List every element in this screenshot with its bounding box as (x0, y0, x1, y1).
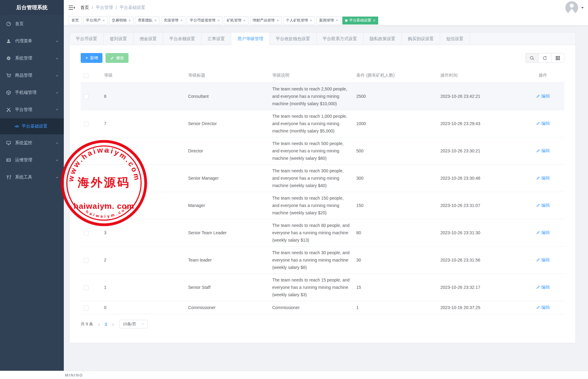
cell-time: 2023-10-26 23:31:07 (437, 192, 521, 219)
close-icon[interactable]: × (336, 18, 338, 22)
sidebar-item[interactable]: 代理菜单 (0, 33, 64, 50)
row-checkbox[interactable] (84, 149, 89, 154)
row-checkbox[interactable] (84, 258, 89, 263)
sidebar-item[interactable]: 首页 (0, 15, 64, 33)
cell-time: 2023-10-26 23:32:17 (437, 274, 521, 301)
tab-10[interactable]: 短信设置 (440, 33, 470, 45)
close-icon[interactable]: × (129, 18, 131, 22)
sidebar-item[interactable]: 平台管理 (0, 101, 64, 118)
tag-label: 平台币提现管理 (190, 18, 215, 23)
edit-row-button[interactable]: 编辑 (536, 147, 550, 154)
row-checkbox[interactable] (84, 121, 89, 126)
edit-row-label: 编辑 (541, 174, 550, 182)
row-checkbox[interactable] (84, 305, 89, 310)
select-all-checkbox[interactable] (84, 73, 89, 78)
tools-cross-icon (6, 107, 11, 112)
row-checkbox[interactable] (84, 231, 89, 235)
edit-row-button[interactable]: 编辑 (536, 283, 550, 291)
tag-item[interactable]: 交易明细× (109, 17, 134, 25)
tag-item[interactable]: 矿机管理× (224, 17, 248, 25)
tag-item[interactable]: 查看团队× (135, 17, 159, 25)
tab-7[interactable]: 平台联系方式设置 (317, 33, 363, 45)
tag-item[interactable]: 平台币提现管理× (187, 17, 222, 25)
close-icon[interactable]: × (180, 18, 183, 22)
table-header: 操作时间 (437, 68, 521, 83)
breadcrumb-item[interactable]: 平台管理 (96, 5, 113, 10)
edit-row-label: 编辑 (541, 304, 550, 311)
close-icon[interactable]: × (373, 18, 375, 22)
tag-item[interactable]: 平台用户× (83, 17, 108, 25)
sidebar-item[interactable]: 商品管理 (0, 67, 64, 84)
row-select-cell (81, 110, 101, 137)
sidebar-item[interactable]: 手机端管理 (0, 84, 64, 101)
prev-page-button[interactable]: ‹ (98, 321, 100, 327)
tab-9[interactable]: 购买协议设置 (402, 33, 440, 45)
row-checkbox[interactable] (84, 203, 89, 208)
table-row: 7Senior DirectorThe team needs to reach … (81, 110, 564, 137)
tab-1[interactable]: 签到设置 (104, 33, 133, 45)
row-checkbox[interactable] (84, 176, 89, 181)
tab-8[interactable]: 隐私政策设置 (363, 33, 402, 45)
table-row: 8ConsultantThe team needs to reach 2,500… (81, 83, 564, 110)
tab-2[interactable]: 佣金设置 (133, 33, 163, 45)
tab-5[interactable]: 用户等级管理 (231, 33, 270, 45)
tab-6[interactable]: 平台收款钱包设置 (270, 33, 317, 45)
close-icon[interactable]: × (217, 18, 220, 22)
breadcrumb-item[interactable]: 首页 (80, 5, 89, 10)
sidebar-item[interactable]: 系统监控 (0, 134, 64, 151)
sidebar-item[interactable]: 系统管理 (0, 50, 64, 67)
add-button[interactable]: + 新增 (81, 53, 102, 63)
tag-label: 查看团队 (138, 18, 152, 23)
search-button[interactable] (525, 53, 539, 63)
edit-button[interactable]: 修改 (106, 53, 129, 63)
table-header: 等级 (101, 68, 185, 83)
avatar[interactable] (565, 1, 578, 14)
sidebar-subitem[interactable]: </>平台基础设置 (0, 118, 64, 134)
tag-item[interactable]: 首页 (69, 17, 82, 25)
edit-row-button[interactable]: 编辑 (536, 201, 550, 209)
tab-3[interactable]: 平台余额设置 (163, 33, 202, 45)
sidebar-item[interactable]: 系统工具 (0, 169, 64, 186)
tab-0[interactable]: 平台币设置 (70, 33, 104, 45)
page-size-select[interactable]: 10条/页 (119, 320, 148, 328)
tag-item[interactable]: 新闻管理× (317, 17, 341, 25)
table-row: 0CommissionerCommissioner12023-10-16 20:… (81, 301, 564, 314)
close-icon[interactable]: × (310, 18, 312, 22)
columns-button[interactable] (551, 53, 564, 63)
cell-actions: 编辑 (521, 110, 564, 137)
sidebar-item-label: 系统监控 (15, 140, 32, 146)
close-icon[interactable]: × (154, 18, 157, 22)
close-icon[interactable]: × (243, 18, 246, 22)
refresh-button[interactable] (538, 53, 551, 63)
sidebar-item-label: 运维管理 (15, 157, 32, 163)
hamburger-icon[interactable] (69, 5, 75, 10)
sidebar-item[interactable]: 运维管理 (0, 151, 64, 169)
edit-row-button[interactable]: 编辑 (536, 92, 550, 100)
page-number[interactable]: 1 (105, 322, 107, 327)
row-checkbox[interactable] (84, 94, 89, 99)
edit-row-button[interactable]: 编辑 (536, 174, 550, 182)
tag-item[interactable]: 充值管理× (161, 17, 186, 25)
close-icon[interactable]: × (277, 18, 279, 22)
close-icon[interactable]: × (102, 18, 105, 22)
tab-4[interactable]: 汇率设置 (202, 33, 231, 45)
tag-item[interactable]: 个人矿机管理× (283, 17, 315, 25)
next-page-button[interactable]: › (112, 321, 114, 327)
tag-item[interactable]: 理财产品管理× (250, 17, 282, 25)
edit-row-label: 编辑 (541, 147, 550, 154)
tag-item[interactable]: 平台基础设置× (342, 17, 378, 25)
chevron-down-icon (55, 56, 59, 60)
edit-row-button[interactable]: 编辑 (536, 120, 550, 127)
cell-level: 6 (101, 137, 185, 165)
cell-level: 7 (101, 110, 185, 137)
breadcrumb-separator: / (92, 5, 93, 10)
row-checkbox[interactable] (84, 285, 89, 290)
edit-row-button[interactable]: 编辑 (536, 256, 550, 263)
cell-desc: The team needs to reach 500 people, and … (269, 137, 353, 165)
edit-row-button[interactable]: 编辑 (536, 229, 550, 236)
edit-row-button[interactable]: 编辑 (536, 304, 550, 311)
avatar-caret-icon[interactable] (581, 7, 584, 9)
chevron-down-icon (55, 141, 59, 145)
cell-actions: 编辑 (521, 219, 564, 247)
tag-label: 理财产品管理 (253, 18, 275, 23)
